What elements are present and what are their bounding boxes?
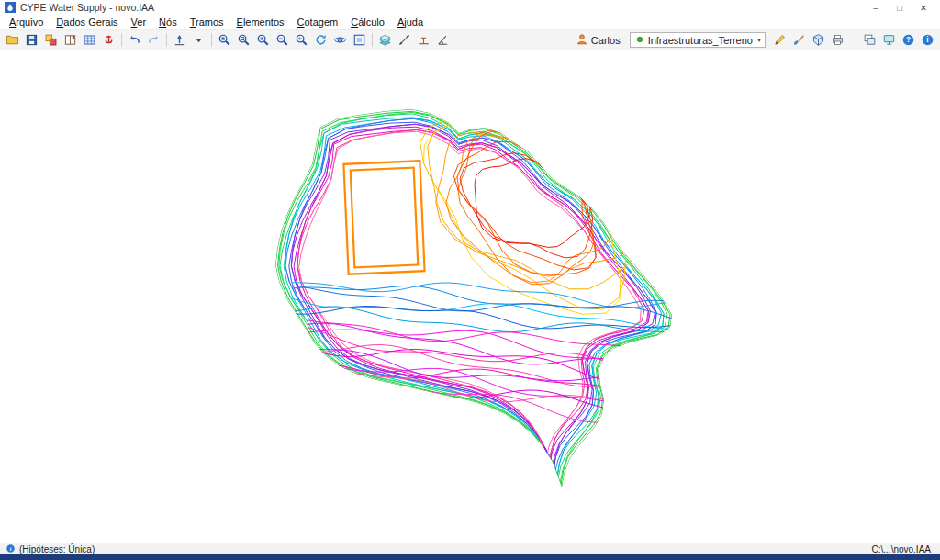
open-icon: [6, 33, 19, 47]
layer-status-icon: [634, 34, 645, 47]
toolbar-right-group: Carlos Infraestruturas_Terreno ▾ ?i: [568, 31, 937, 49]
full-view-button[interactable]: [350, 31, 369, 49]
edit-icon: [773, 33, 787, 47]
redraw-button[interactable]: [311, 31, 330, 49]
monitor-button[interactable]: [879, 31, 899, 49]
terrain-contour-map[interactable]: [0, 50, 940, 543]
orbit-button[interactable]: [330, 31, 350, 49]
about-button[interactable]: i: [918, 31, 937, 49]
elevation-options-button[interactable]: [189, 31, 208, 49]
zoom-in-icon: [256, 33, 270, 47]
view-3d-icon: [811, 33, 825, 47]
zoom-window-button[interactable]: [234, 31, 253, 49]
svg-text:?: ?: [906, 35, 911, 44]
angles-button[interactable]: [433, 31, 453, 49]
windows-icon: [863, 33, 877, 47]
edit-button[interactable]: [770, 31, 789, 49]
toolbar-separator: [211, 33, 212, 47]
menu-calculo[interactable]: Cálculo: [344, 16, 391, 28]
toolbar-window-icons: ?i: [860, 31, 937, 49]
toolbar-separator: [372, 33, 373, 47]
menu-ver[interactable]: Ver: [125, 16, 153, 28]
catalog-icon: [63, 33, 77, 47]
toolbar-config-icons: [770, 31, 847, 49]
svg-text:i: i: [926, 35, 928, 44]
terrain-rectangle: [343, 161, 424, 274]
info-icon: i: [6, 543, 19, 555]
menu-elementos[interactable]: Elementos: [230, 16, 291, 28]
layer-select[interactable]: Infraestruturas_Terreno ▾: [630, 32, 766, 48]
orbit-icon: [333, 33, 347, 47]
undo-button[interactable]: [125, 31, 144, 49]
toolbar-left-group: [3, 31, 453, 49]
minimize-button[interactable]: –: [864, 1, 888, 15]
layers-icon: [378, 33, 392, 47]
references-button[interactable]: [99, 31, 118, 49]
print-button[interactable]: [828, 31, 847, 49]
levels-button[interactable]: [414, 31, 433, 49]
print-icon: [831, 33, 845, 47]
status-bar: i (Hipóteses: Única) C:\...\novo.IAA: [0, 543, 940, 554]
drawing-area[interactable]: [0, 50, 940, 543]
zoom-previous-icon: [295, 33, 308, 47]
zoom-out-button[interactable]: [273, 31, 292, 49]
close-button[interactable]: ✕: [912, 1, 935, 15]
styles-button[interactable]: [789, 31, 809, 49]
save-icon: [25, 33, 39, 47]
window-controls: – □ ✕: [864, 1, 935, 15]
menu-bar: ArquivoDados GeraisVerNósTramosElementos…: [0, 15, 940, 29]
dimension-icon: [397, 33, 411, 47]
maximize-button[interactable]: □: [888, 1, 912, 15]
library-icon: [44, 33, 58, 47]
redo-button[interactable]: [144, 31, 163, 49]
menu-arquivo[interactable]: Arquivo: [3, 16, 50, 28]
layer-label: Infraestruturas_Terreno: [648, 35, 753, 46]
tables-button[interactable]: [80, 31, 99, 49]
layer-caret-icon: ▾: [757, 36, 761, 44]
status-info-icon: i: [6, 543, 16, 554]
styles-icon: [792, 33, 806, 47]
dimension-button[interactable]: [395, 31, 414, 49]
menu-nos[interactable]: Nós: [152, 16, 184, 28]
elevation-options-icon: [192, 33, 206, 47]
elevation-icon: [173, 33, 186, 47]
view-3d-button[interactable]: [809, 31, 828, 49]
toolbar: Carlos Infraestruturas_Terreno ▾ ?i: [0, 29, 940, 50]
elevation-button[interactable]: [170, 31, 189, 49]
redraw-icon: [314, 33, 328, 47]
about-icon: i: [921, 33, 934, 47]
zoom-all-button[interactable]: [215, 31, 234, 49]
toolbar-separator: [166, 33, 167, 47]
library-button[interactable]: [41, 31, 61, 49]
help-icon: ?: [901, 33, 915, 47]
save-button[interactable]: [22, 31, 41, 49]
tables-icon: [83, 33, 96, 47]
menu-ajuda[interactable]: Ajuda: [391, 16, 430, 28]
menu-dados-gerais[interactable]: Dados Gerais: [50, 16, 124, 28]
monitor-icon: [882, 33, 896, 47]
window-title: CYPE Water Supply - novo.IAA: [20, 2, 154, 13]
zoom-all-icon: [218, 33, 231, 47]
undo-icon: [128, 33, 141, 47]
app-icon[interactable]: [5, 2, 16, 13]
catalog-button[interactable]: [61, 31, 80, 49]
menu-tramos[interactable]: Tramos: [184, 16, 230, 28]
layers-button[interactable]: [375, 31, 395, 49]
zoom-out-icon: [275, 33, 289, 47]
references-icon: [102, 33, 116, 47]
status-left: i (Hipóteses: Única): [6, 543, 95, 555]
help-button[interactable]: ?: [899, 31, 918, 49]
file-path: C:\...\novo.IAA: [872, 544, 934, 554]
user-button[interactable]: Carlos: [568, 32, 625, 49]
zoom-in-button[interactable]: [253, 31, 273, 49]
full-view-icon: [352, 33, 366, 47]
open-button[interactable]: [3, 31, 22, 49]
angles-icon: [436, 33, 450, 47]
windows-button[interactable]: [860, 31, 879, 49]
menu-cotagem[interactable]: Cotagem: [291, 16, 345, 28]
svg-text:i: i: [10, 544, 12, 551]
bottom-strip: [0, 554, 940, 560]
user-icon: [576, 33, 588, 48]
levels-icon: [417, 33, 431, 47]
zoom-previous-button[interactable]: [292, 31, 311, 49]
